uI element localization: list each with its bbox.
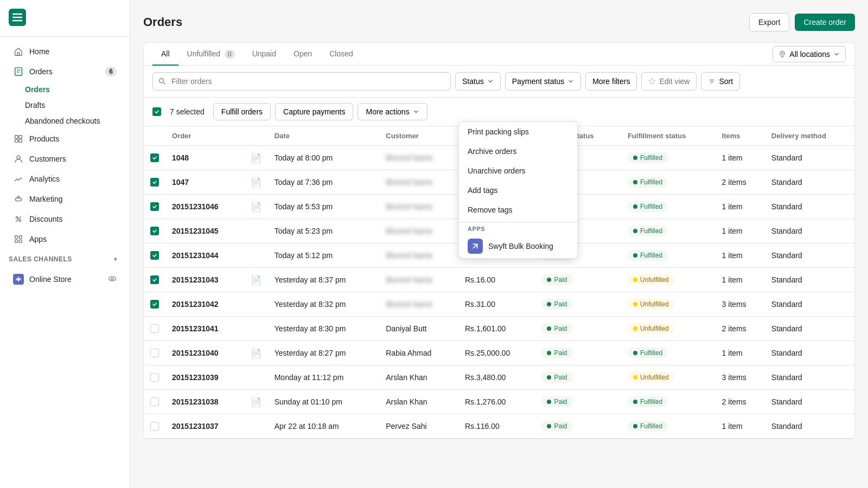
row-checkbox[interactable] bbox=[150, 324, 159, 333]
dropdown-add-tags[interactable]: Add tags bbox=[459, 181, 577, 200]
sidebar-sub-orders[interactable]: Orders bbox=[25, 82, 125, 97]
swyft-app-icon bbox=[468, 239, 483, 254]
row-checkbox[interactable] bbox=[150, 251, 159, 260]
row-checkbox[interactable] bbox=[150, 202, 159, 211]
dropdown-swyft-item[interactable]: Swyft Bulk Booking bbox=[459, 234, 577, 258]
location-label: All locations bbox=[789, 50, 830, 59]
note-icon: 📄 bbox=[251, 202, 261, 211]
add-sales-channel-button[interactable]: + bbox=[110, 254, 121, 265]
order-number-cell[interactable]: 20151231043 bbox=[165, 268, 244, 292]
table-row[interactable]: 20151231040 📄 Yesterday at 8:27 pm Rabia… bbox=[144, 341, 854, 365]
order-number-link[interactable]: 1048 bbox=[172, 153, 189, 162]
more-actions-button[interactable]: More actions bbox=[358, 103, 427, 120]
order-fulfillment-cell: Fulfilled bbox=[621, 146, 716, 170]
order-number-link[interactable]: 20151231039 bbox=[172, 373, 219, 382]
table-row[interactable]: 20151231038 📄 Sunday at 01:10 pm Arslan … bbox=[144, 390, 854, 414]
edit-view-button[interactable]: Edit view bbox=[641, 72, 697, 91]
dropdown-remove-tags[interactable]: Remove tags bbox=[459, 200, 577, 220]
tab-unfulfilled[interactable]: Unfulfilled 0 bbox=[178, 43, 244, 66]
sidebar-item-online-store[interactable]: Online Store bbox=[4, 269, 125, 289]
select-all-checkbox[interactable] bbox=[152, 107, 161, 116]
order-number-cell[interactable]: 20151231041 bbox=[165, 317, 244, 341]
location-filter-button[interactable]: All locations bbox=[773, 46, 846, 62]
table-row[interactable]: 20151231037 Apr 22 at 10:18 am Pervez Sa… bbox=[144, 414, 854, 439]
sidebar-sub-drafts[interactable]: Drafts bbox=[25, 98, 125, 113]
fulfillment-badge: Unfulfilled bbox=[628, 274, 674, 285]
sidebar-item-customers[interactable]: Customers bbox=[4, 149, 125, 169]
sidebar-item-products[interactable]: Products bbox=[4, 129, 125, 149]
export-button[interactable]: Export bbox=[749, 13, 789, 31]
dropdown-unarchive-orders[interactable]: Unarchive orders bbox=[459, 161, 577, 181]
order-number-link[interactable]: 20151231046 bbox=[172, 202, 219, 211]
fulfillment-badge: Unfulfilled bbox=[628, 299, 674, 310]
order-number-cell[interactable]: 1048 bbox=[165, 146, 244, 170]
more-filters-button[interactable]: More filters bbox=[585, 72, 637, 91]
order-number-cell[interactable]: 20151231042 bbox=[165, 292, 244, 317]
fulfill-orders-button[interactable]: Fulfill orders bbox=[213, 103, 271, 120]
order-number-cell[interactable]: 20151231040 bbox=[165, 341, 244, 365]
order-number-cell[interactable]: 20151231046 bbox=[165, 195, 244, 219]
order-number-link[interactable]: 20151231042 bbox=[172, 300, 219, 309]
table-row[interactable]: 20151231039 Monday at 11:12 pm Arslan Kh… bbox=[144, 365, 854, 390]
tab-open[interactable]: Open bbox=[285, 43, 321, 66]
sidebar-sub-abandoned[interactable]: Abandoned checkouts bbox=[25, 113, 125, 129]
order-number-cell[interactable]: 20151231045 bbox=[165, 219, 244, 243]
row-checkbox[interactable] bbox=[150, 373, 159, 382]
sidebar-item-home[interactable]: Home bbox=[4, 42, 125, 61]
order-number-cell[interactable]: 20151231039 bbox=[165, 365, 244, 390]
order-customer-cell: Blurred Name bbox=[379, 292, 458, 317]
create-order-button[interactable]: Create order bbox=[795, 14, 855, 31]
order-number-cell[interactable]: 20151231037 bbox=[165, 414, 244, 439]
row-checkbox[interactable] bbox=[150, 349, 159, 357]
order-items-cell: 1 item bbox=[716, 341, 765, 365]
order-amount-cell: Rs.25,000.00 bbox=[458, 341, 535, 365]
order-items-cell: 3 items bbox=[716, 292, 765, 317]
order-number-link[interactable]: 20151231041 bbox=[172, 324, 219, 333]
row-checkbox[interactable] bbox=[150, 178, 159, 187]
order-customer-cell: Pervez Sahi bbox=[379, 414, 458, 439]
row-checkbox[interactable] bbox=[150, 397, 159, 406]
note-icon: 📄 bbox=[251, 275, 261, 285]
order-customer-cell: Blurred Name bbox=[379, 195, 458, 219]
order-number-link[interactable]: 1047 bbox=[172, 178, 189, 187]
row-checkbox[interactable] bbox=[150, 227, 159, 235]
payment-status-filter-button[interactable]: Payment status bbox=[505, 72, 582, 91]
capture-payments-button[interactable]: Capture payments bbox=[275, 103, 353, 120]
sidebar-item-analytics[interactable]: Analytics bbox=[4, 169, 125, 189]
sidebar-item-marketing-label: Marketing bbox=[29, 195, 117, 203]
note-icon: 📄 bbox=[251, 349, 261, 358]
row-checkbox[interactable] bbox=[150, 275, 159, 284]
sidebar-item-orders[interactable]: Orders 6 bbox=[4, 62, 125, 81]
order-number-link[interactable]: 20151231038 bbox=[172, 397, 219, 406]
dropdown-print-packing-slips[interactable]: Print packing slips bbox=[459, 122, 577, 142]
sidebar-item-apps[interactable]: Apps bbox=[4, 229, 125, 249]
tab-all[interactable]: All bbox=[152, 43, 178, 66]
table-row[interactable]: 20151231041 Yesterday at 8:30 pm Daniyal… bbox=[144, 317, 854, 341]
order-number-link[interactable]: 20151231045 bbox=[172, 227, 219, 235]
svg-point-8 bbox=[19, 220, 21, 222]
order-number-cell[interactable]: 20151231038 bbox=[165, 390, 244, 414]
order-number-link[interactable]: 20151231040 bbox=[172, 349, 219, 357]
sidebar-item-discounts[interactable]: Discounts bbox=[4, 209, 125, 229]
row-checkbox[interactable] bbox=[150, 300, 159, 309]
order-number-cell[interactable]: 20151231044 bbox=[165, 243, 244, 268]
tab-unpaid[interactable]: Unpaid bbox=[244, 43, 285, 66]
order-number-link[interactable]: 20151231043 bbox=[172, 275, 219, 284]
sidebar-item-marketing[interactable]: Marketing bbox=[4, 189, 125, 209]
status-filter-button[interactable]: Status bbox=[455, 72, 501, 91]
dropdown-archive-orders[interactable]: Archive orders bbox=[459, 142, 577, 161]
order-number-cell[interactable]: 1047 bbox=[165, 170, 244, 195]
order-delivery-cell: Standard bbox=[765, 341, 854, 365]
tab-closed[interactable]: Closed bbox=[321, 43, 362, 66]
row-checkbox[interactable] bbox=[150, 422, 159, 431]
table-row[interactable]: 20151231042 Yesterday at 8:32 pm Blurred… bbox=[144, 292, 854, 317]
online-store-visibility-icon[interactable] bbox=[108, 274, 117, 285]
row-checkbox[interactable] bbox=[150, 153, 159, 162]
search-input[interactable] bbox=[152, 72, 451, 91]
order-number-link[interactable]: 20151231044 bbox=[172, 251, 219, 260]
sort-button[interactable]: Sort bbox=[701, 72, 740, 91]
table-row[interactable]: 20151231043 📄 Yesterday at 8:37 pm Blurr… bbox=[144, 268, 854, 292]
order-fulfillment-cell: Unfulfilled bbox=[621, 317, 716, 341]
svg-rect-1 bbox=[15, 68, 22, 75]
order-number-link[interactable]: 20151231037 bbox=[172, 422, 219, 431]
